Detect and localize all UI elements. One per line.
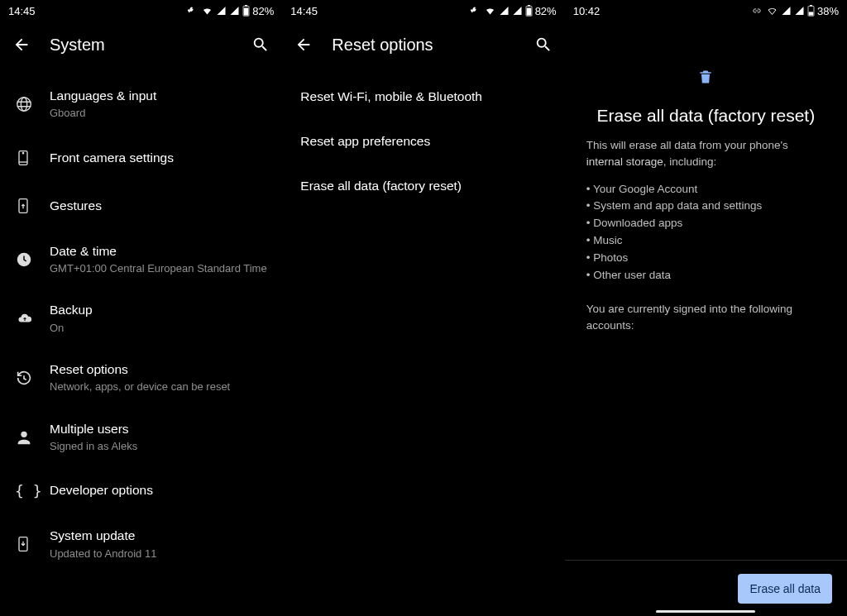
item-languages-input[interactable]: Languages & inputGboard: [0, 74, 282, 134]
status-time: 14:45: [8, 5, 36, 17]
person-icon: [15, 428, 33, 446]
key-icon: [468, 6, 481, 16]
item-sub: Updated to Android 11: [50, 547, 156, 561]
svg-rect-1: [245, 5, 247, 6]
search-button[interactable]: [249, 33, 272, 56]
signal-icon: [216, 6, 227, 16]
page-title: Reset options: [332, 36, 514, 55]
signal-icon: [229, 6, 240, 16]
item-backup[interactable]: BackupOn: [0, 289, 282, 348]
svg-point-9: [21, 431, 26, 437]
status-time: 10:42: [573, 5, 601, 17]
erase-header: Erase all data (factory reset): [565, 68, 847, 137]
phone-screen-system: 14:45 82% System Languages & inputGboard…: [0, 0, 282, 616]
item-title: Gestures: [50, 198, 102, 214]
item-developer-options[interactable]: { } Developer options: [0, 466, 282, 514]
desc-pre: This will erase all data from your phone…: [586, 139, 788, 151]
erase-all-data-item[interactable]: Erase all data (factory reset): [282, 164, 564, 208]
reset-wifi-item[interactable]: Reset Wi‑Fi, mobile & Bluetooth: [282, 74, 564, 119]
globe-icon: [15, 95, 33, 113]
bullet: • Your Google Account: [586, 181, 825, 198]
svg-rect-16: [809, 12, 814, 15]
item-title: Backup: [50, 302, 93, 318]
wifi-icon: [766, 6, 778, 16]
restore-icon: [15, 369, 33, 387]
signal-icon: [781, 6, 792, 16]
clock-icon: [15, 251, 33, 269]
item-sub: Gboard: [50, 106, 156, 121]
item-title: Front camera settings: [50, 150, 174, 166]
signal-icon: [499, 6, 510, 16]
item-sub: GMT+01:00 Central European Standard Time: [50, 261, 267, 276]
item-front-camera[interactable]: Front camera settings: [0, 134, 282, 182]
status-bar: 14:45 82%: [282, 0, 564, 21]
back-button[interactable]: [10, 33, 33, 56]
item-title: Date & time: [50, 243, 267, 260]
signal-icon: [512, 6, 523, 16]
item-title: Multiple users: [50, 421, 137, 437]
status-icons: 38%: [750, 5, 839, 17]
back-button[interactable]: [292, 33, 315, 56]
battery-icon: [242, 5, 250, 17]
phone-screen-erase-all: 10:42 38% Erase all data (factory reset)…: [565, 0, 847, 616]
erase-description: This will erase all data from your phone…: [565, 137, 847, 171]
svg-point-3: [17, 98, 31, 112]
erase-all-data-button[interactable]: Erase all data: [738, 574, 832, 604]
search-icon: [534, 36, 553, 54]
erase-heading: Erase all data (factory reset): [565, 106, 847, 126]
key-icon: [185, 6, 199, 16]
item-title: Developer options: [50, 482, 153, 499]
reset-app-prefs-item[interactable]: Reset app preferences: [282, 119, 564, 164]
arrow-back-icon: [12, 36, 31, 54]
svg-rect-13: [526, 8, 531, 16]
battery-icon: [525, 5, 533, 17]
status-icons: 82%: [468, 5, 557, 17]
signal-icon: [794, 6, 805, 16]
desc-post: , including:: [663, 155, 717, 168]
svg-point-6: [22, 152, 23, 153]
svg-rect-2: [244, 8, 249, 16]
item-system-update[interactable]: System updateUpdated to Android 11: [0, 514, 282, 574]
status-bar: 10:42 38%: [565, 0, 847, 21]
svg-point-4: [21, 98, 26, 112]
item-gestures[interactable]: Gestures: [0, 182, 282, 230]
item-title: Languages & input: [50, 88, 156, 104]
status-battery-pct: 38%: [817, 5, 839, 17]
svg-rect-15: [810, 5, 812, 6]
status-icons: 82%: [185, 5, 274, 17]
erase-bullets: • Your Google Account • System and app d…: [565, 171, 847, 285]
arrow-back-icon: [294, 36, 313, 54]
search-button[interactable]: [532, 33, 555, 56]
status-battery-pct: 82%: [252, 5, 274, 17]
bullet: • Photos: [586, 250, 825, 267]
gesture-icon: [15, 197, 31, 215]
wifi-icon: [201, 6, 213, 16]
item-date-time[interactable]: Date & timeGMT+01:00 Central European St…: [0, 230, 282, 289]
gesture-nav-bar[interactable]: [656, 610, 755, 613]
phone-screen-reset-options: 14:45 82% Reset options Reset Wi‑Fi, mob…: [282, 0, 564, 616]
status-bar: 14:45 82%: [0, 0, 282, 21]
desc-strong: internal storage: [586, 155, 663, 168]
bullet: • Downloaded apps: [586, 215, 825, 232]
erase-signed-note: You are currently signed into the follow…: [565, 284, 847, 335]
page-title: System: [50, 36, 232, 55]
svg-rect-12: [528, 5, 530, 6]
item-reset-options[interactable]: Reset optionsNetwork, apps, or device ca…: [0, 348, 282, 408]
item-sub: Signed in as Aleks: [50, 439, 137, 454]
braces-icon: { }: [15, 482, 42, 499]
phone-front-icon: [15, 149, 31, 167]
item-sub: Network, apps, or device can be reset: [50, 380, 230, 394]
status-time: 14:45: [290, 5, 318, 17]
wifi-icon: [484, 6, 496, 16]
link-icon: [750, 7, 763, 15]
bullet: • Music: [586, 232, 825, 250]
status-battery-pct: 82%: [535, 5, 557, 17]
trash-icon: [697, 68, 714, 89]
cloud-upload-icon: [15, 311, 35, 326]
app-bar: System: [0, 21, 282, 68]
item-multiple-users[interactable]: Multiple usersSigned in as Aleks: [0, 408, 282, 467]
item-title: System update: [50, 528, 156, 544]
item-sub: On: [50, 321, 93, 336]
settings-list: Languages & inputGboard Front camera set…: [0, 68, 282, 574]
search-icon: [251, 36, 270, 54]
